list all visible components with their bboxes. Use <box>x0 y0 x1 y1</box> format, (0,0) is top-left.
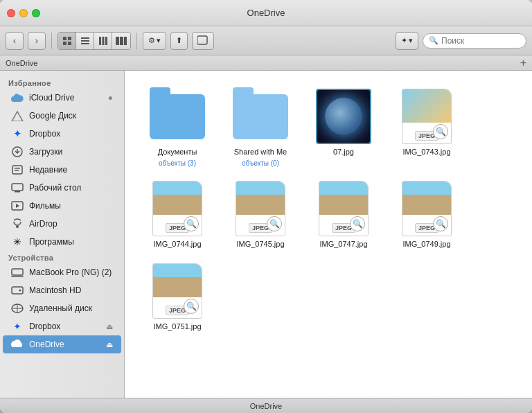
icloud-label: iCloud Drive <box>29 93 103 103</box>
shared-icon-wrap <box>233 89 288 144</box>
view-flow-btn[interactable]: ▾ <box>112 33 130 49</box>
svg-rect-9 <box>105 37 107 45</box>
separator-1 <box>51 33 52 49</box>
gdrive-label: Google Диск <box>29 111 113 121</box>
icloud-icon <box>11 91 24 104</box>
sidebar: Избранное iCloud Drive ● Google Диск ✦ D… <box>0 71 125 398</box>
close-button[interactable] <box>7 9 15 17</box>
file-item-img0751[interactable]: JPEG 🔍 IMG_0751.jpg <box>136 256 219 338</box>
action-arrow: ▾ <box>157 36 161 45</box>
file-item-07jpg[interactable]: 07.jpg <box>302 82 385 174</box>
recents-label: Недавние <box>29 165 113 175</box>
forward-button[interactable]: › <box>28 32 46 50</box>
view-icon-btn[interactable] <box>58 33 76 49</box>
svg-rect-0 <box>63 37 66 40</box>
separator-2 <box>136 33 137 49</box>
file-item-shared[interactable]: Shared with Me объекты (0) <box>219 82 302 174</box>
dropbox-button[interactable]: ✦ ▾ <box>396 32 418 50</box>
docs-icon-wrap <box>150 89 205 144</box>
file-item-img0745[interactable]: JPEG 🔍 IMG_0745.jpg <box>219 174 302 256</box>
svg-rect-8 <box>102 37 104 45</box>
titlebar: OneDrive <box>0 0 532 26</box>
minimize-button[interactable] <box>19 9 28 17</box>
view-buttons: ▾ <box>57 32 131 50</box>
finder-window: OneDrive ‹ › ▾ ⚙ ▾ <box>0 0 532 413</box>
statusbar: OneDrive <box>0 398 532 413</box>
img0749-jpeg-icon: JPEG 🔍 <box>402 181 452 236</box>
sidebar-item-onedrive[interactable]: OneDrive ⏏ <box>3 335 121 353</box>
img0751-name: IMG_0751.jpg <box>153 322 201 331</box>
img0745-thumb-bg <box>236 182 285 215</box>
share-button[interactable]: ⬆ <box>170 32 188 50</box>
downloads-label: Загрузки <box>29 147 113 157</box>
svg-rect-18 <box>15 168 20 169</box>
remote-label: Удаленный диск <box>29 304 113 313</box>
add-button[interactable]: + <box>520 58 526 69</box>
moon-circle <box>325 98 362 135</box>
sidebar-item-macintosh[interactable]: Macintosh HD <box>3 281 121 299</box>
dropbox2-eject[interactable]: ⏏ <box>106 322 113 331</box>
file-item-docs[interactable]: Документы объекты (3) <box>136 82 219 174</box>
sidebar-item-icloud[interactable]: iCloud Drive ● <box>3 89 121 107</box>
sidebar-item-dropbox2[interactable]: ✦ Dropbox ⏏ <box>3 317 121 335</box>
path-label: OneDrive <box>6 59 37 67</box>
svg-rect-21 <box>15 191 20 193</box>
sidebar-item-recents[interactable]: Недавние <box>3 161 121 179</box>
img0744-name: IMG_0744.jpg <box>153 239 201 249</box>
sidebar-item-macbook[interactable]: MacBook Pro (NG) (2) <box>3 263 121 281</box>
svg-rect-25 <box>11 276 24 277</box>
sidebar-item-desktop[interactable]: Рабочий стол <box>3 179 121 197</box>
file-item-img0747[interactable]: JPEG 🔍 IMG_0747.jpg <box>302 174 385 256</box>
svg-text:▾: ▾ <box>125 39 127 45</box>
img0751-icon-wrap: JPEG 🔍 <box>150 263 205 319</box>
view-column-btn[interactable] <box>94 33 112 49</box>
sidebar-item-downloads[interactable]: Загрузки <box>3 143 121 161</box>
sidebar-item-airdrop[interactable]: AirDrop <box>3 215 121 233</box>
file-item-img0744[interactable]: JPEG 🔍 IMG_0744.jpg <box>136 174 219 256</box>
main-content: Избранное iCloud Drive ● Google Диск ✦ D… <box>0 71 532 398</box>
onedrive-eject[interactable]: ⏏ <box>106 340 113 349</box>
sidebar-item-movies[interactable]: Фильмы <box>3 197 121 215</box>
docs-folder-icon <box>150 94 205 139</box>
sidebar-item-apps[interactable]: ✳ Программы <box>3 233 121 251</box>
back-icon: ‹ <box>13 35 16 46</box>
back-button[interactable]: ‹ <box>6 32 24 50</box>
view-list-btn[interactable] <box>76 33 94 49</box>
img0745-name: IMG_0745.jpg <box>236 239 284 249</box>
dropbox-fav-icon: ✦ <box>11 128 24 140</box>
search-icon: 🔍 <box>429 36 438 45</box>
onedrive-icon <box>11 338 24 351</box>
dropbox-icon: ✦ <box>401 36 407 45</box>
devices-section: Устройства <box>0 251 124 263</box>
dropbox-arrow: ▾ <box>409 36 413 45</box>
svg-rect-11 <box>120 37 123 45</box>
maximize-button[interactable] <box>32 9 40 17</box>
sidebar-item-gdrive[interactable]: Google Диск <box>3 107 121 125</box>
search-box[interactable]: 🔍 <box>423 33 526 49</box>
favorites-section: Избранное <box>0 76 124 89</box>
img0747-jpeg-icon: JPEG 🔍 <box>319 181 369 236</box>
docs-subtitle: объекты (3) <box>159 159 196 167</box>
img0749-thumb <box>402 182 451 215</box>
share-icon: ⬆ <box>176 36 182 45</box>
img0747-name: IMG_0747.jpg <box>319 239 367 249</box>
img0743-thumb <box>402 89 451 123</box>
search-input[interactable] <box>441 36 520 46</box>
img0743-thumb-bg <box>402 89 451 123</box>
forward-icon: › <box>35 35 38 46</box>
svg-marker-15 <box>12 112 23 121</box>
pathbar: OneDrive + <box>0 55 532 71</box>
tag-icon <box>197 35 209 46</box>
desktop-label: Рабочий стол <box>29 183 113 193</box>
docs-name: Документы <box>158 147 197 157</box>
tag-button[interactable] <box>192 32 214 50</box>
file-item-img0743[interactable]: JPEG 🔍 IMG_0743.jpg <box>385 82 468 174</box>
action-button[interactable]: ⚙ ▾ <box>143 32 166 50</box>
img0743-mag: 🔍 <box>433 124 448 139</box>
sidebar-item-remote[interactable]: Удаленный диск <box>3 299 121 317</box>
sidebar-item-dropbox-fav[interactable]: ✦ Dropbox <box>3 125 121 143</box>
file-item-img0749[interactable]: JPEG 🔍 IMG_0749.jpg <box>385 174 468 256</box>
file-area: Документы объекты (3) Shared with Me объ… <box>125 71 532 398</box>
img0751-thumb <box>153 264 202 297</box>
svg-rect-14 <box>197 36 207 44</box>
